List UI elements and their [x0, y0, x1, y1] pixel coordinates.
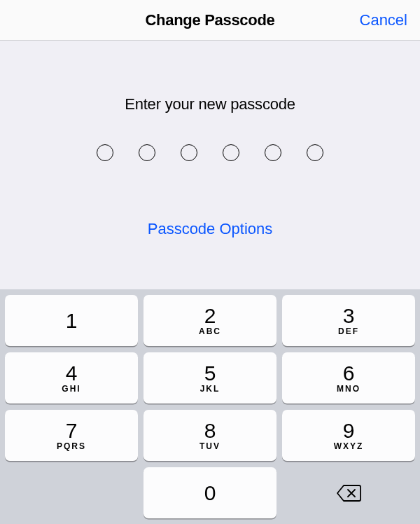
keypad-key-3[interactable]: 3 DEF [282, 295, 415, 346]
keypad-key-6[interactable]: 6 MNO [282, 352, 415, 404]
key-letters: MNO [337, 385, 360, 393]
keypad-blank [5, 467, 138, 518]
passcode-options-button[interactable]: Passcode Options [148, 220, 273, 238]
numeric-keypad: 1 2 ABC 3 DEF 4 GHI 5 JKL 6 MNO 7 PQRS 8 [0, 289, 420, 524]
key-digit: 6 [343, 363, 355, 384]
keypad-key-4[interactable]: 4 GHI [5, 352, 138, 404]
key-digit: 1 [66, 310, 78, 331]
keypad-row: 0 [5, 467, 415, 518]
passcode-dot [181, 144, 197, 161]
key-digit: 4 [66, 363, 78, 384]
passcode-dot [97, 144, 113, 161]
passcode-dots [0, 144, 420, 161]
key-digit: 0 [204, 483, 216, 504]
keypad-key-5[interactable]: 5 JKL [144, 352, 276, 404]
cancel-button[interactable]: Cancel [360, 11, 407, 29]
page-title: Change Passcode [145, 11, 274, 29]
backspace-icon [336, 484, 361, 502]
keypad-key-1[interactable]: 1 [5, 295, 138, 346]
keypad-delete-button[interactable] [282, 467, 415, 518]
key-digit: 9 [343, 420, 355, 441]
keypad-key-2[interactable]: 2 ABC [144, 295, 276, 346]
key-letters: PQRS [57, 442, 86, 450]
key-letters: GHI [62, 385, 80, 393]
key-digit: 2 [204, 305, 216, 326]
passcode-dot [139, 144, 155, 161]
key-digit: 3 [343, 305, 355, 326]
keypad-row: 1 2 ABC 3 DEF [5, 295, 415, 346]
passcode-dot [307, 144, 323, 161]
key-digit: 5 [204, 363, 216, 384]
key-letters: DEF [338, 327, 359, 336]
keypad-key-8[interactable]: 8 TUV [144, 410, 276, 461]
key-digit: 7 [66, 420, 78, 441]
key-letters: TUV [200, 442, 220, 450]
keypad-row: 4 GHI 5 JKL 6 MNO [5, 352, 415, 404]
key-digit: 8 [204, 420, 216, 441]
key-letters: JKL [200, 385, 220, 393]
passcode-dot [265, 144, 281, 161]
keypad-key-0[interactable]: 0 [144, 467, 276, 518]
prompt-text: Enter your new passcode [0, 95, 420, 113]
key-letters: WXYZ [334, 442, 364, 450]
keypad-row: 7 PQRS 8 TUV 9 WXYZ [5, 410, 415, 461]
keypad-key-7[interactable]: 7 PQRS [5, 410, 138, 461]
passcode-dot [223, 144, 239, 161]
navigation-bar: Change Passcode Cancel [0, 0, 420, 41]
keypad-key-9[interactable]: 9 WXYZ [282, 410, 415, 461]
key-letters: ABC [199, 327, 221, 336]
content-area: Enter your new passcode Passcode Options [0, 41, 420, 238]
